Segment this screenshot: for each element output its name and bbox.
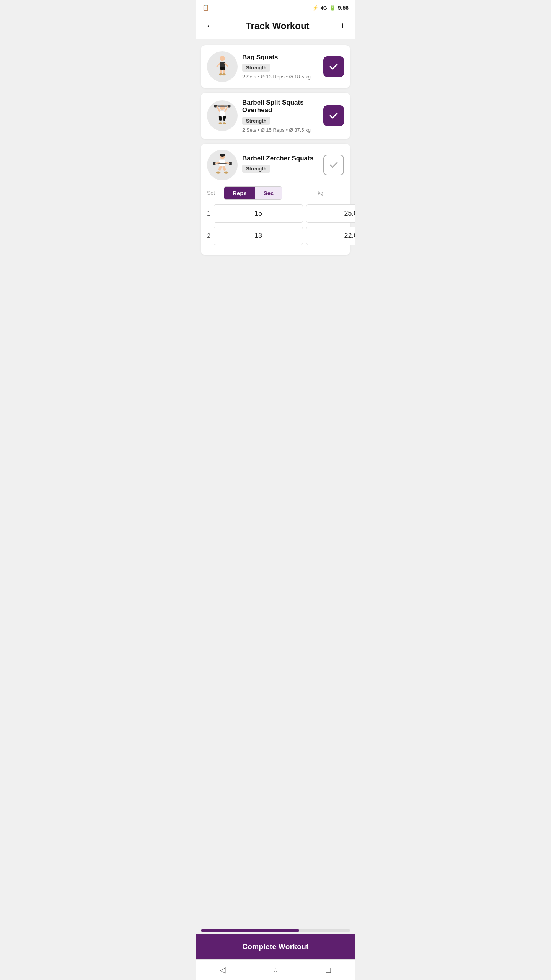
exercise-check-button-bag-squats[interactable] bbox=[323, 56, 344, 77]
status-right: ⚡ 4G 🔋 9:56 bbox=[312, 5, 349, 11]
bluetooth-icon: ⚡ bbox=[312, 5, 318, 11]
exercise-avatar-barbell-zercher bbox=[207, 150, 238, 180]
svg-line-17 bbox=[225, 107, 228, 111]
exercise-name: Bag Squats bbox=[242, 54, 319, 61]
exercise-info-barbell-zercher: Barbell Zercher Squats Strength bbox=[242, 155, 319, 175]
exercise-avatar-barbell-split bbox=[207, 100, 238, 131]
exercise-list: Bag Squats Strength 2 Sets • Ø 13 Reps •… bbox=[196, 39, 355, 293]
battery-icon: 🔋 bbox=[329, 5, 336, 11]
svg-rect-15 bbox=[228, 105, 231, 108]
svg-point-6 bbox=[222, 74, 226, 75]
exercise-card-barbell-zercher: Barbell Zercher Squats Strength Set Reps… bbox=[201, 144, 350, 255]
top-bar: ← Track Workout + bbox=[196, 14, 355, 39]
exercise-tag: Strength bbox=[242, 64, 270, 72]
kg-input-1[interactable] bbox=[306, 204, 355, 223]
status-left-icon: 📋 bbox=[202, 5, 209, 11]
svg-point-31 bbox=[224, 171, 228, 173]
set-number-1: 1 bbox=[207, 210, 210, 217]
exercise-stats: 2 Sets • Ø 13 Reps • Ø 18.5 kg bbox=[242, 74, 319, 80]
set-column-label: Set bbox=[207, 190, 221, 196]
svg-point-5 bbox=[219, 74, 222, 75]
status-bar: 📋 ⚡ 4G 🔋 9:56 bbox=[196, 0, 355, 14]
svg-point-19 bbox=[223, 122, 226, 124]
svg-point-18 bbox=[219, 122, 222, 124]
sets-section: Set Reps Sec kg 1 ✕ 2 + bbox=[207, 186, 344, 245]
exercise-tag: Strength bbox=[242, 117, 270, 125]
exercise-card-bag-squats: Bag Squats Strength 2 Sets • Ø 13 Reps •… bbox=[201, 45, 350, 88]
set-row-2: 2 + bbox=[207, 227, 344, 245]
back-button[interactable]: ← bbox=[204, 18, 217, 33]
exercise-name: Barbell Split Squats Overhead bbox=[242, 99, 319, 114]
exercise-check-button-barbell-zercher[interactable] bbox=[323, 155, 344, 175]
svg-rect-14 bbox=[214, 105, 217, 108]
svg-point-0 bbox=[220, 56, 225, 61]
set-number-2: 2 bbox=[207, 232, 210, 239]
svg-point-21 bbox=[220, 154, 225, 157]
reps-input-2[interactable] bbox=[214, 227, 303, 245]
svg-line-7 bbox=[217, 64, 220, 66]
svg-line-27 bbox=[226, 163, 229, 163]
add-button[interactable]: + bbox=[338, 18, 347, 33]
svg-point-30 bbox=[216, 171, 220, 173]
sec-toggle-button[interactable]: Sec bbox=[255, 187, 282, 199]
exercise-stats: 2 Sets • Ø 15 Reps • Ø 37.5 kg bbox=[242, 127, 319, 133]
network-icon: 4G bbox=[321, 5, 327, 11]
svg-rect-28 bbox=[218, 165, 222, 171]
set-row-1: 1 ✕ bbox=[207, 204, 344, 223]
svg-rect-4 bbox=[223, 70, 225, 74]
exercise-name: Barbell Zercher Squats bbox=[242, 155, 319, 162]
exercise-info-bag-squats: Bag Squats Strength 2 Sets • Ø 13 Reps •… bbox=[242, 54, 319, 80]
svg-line-26 bbox=[216, 163, 219, 163]
page-title: Track Workout bbox=[246, 21, 309, 31]
reps-toggle-button[interactable]: Reps bbox=[224, 187, 255, 199]
kg-input-2[interactable] bbox=[306, 227, 355, 245]
svg-line-16 bbox=[217, 107, 220, 111]
exercise-info-barbell-split: Barbell Split Squats Overhead Strength 2… bbox=[242, 99, 319, 133]
exercise-card-barbell-split: Barbell Split Squats Overhead Strength 2… bbox=[201, 93, 350, 139]
reps-input-1[interactable] bbox=[214, 204, 303, 223]
exercise-tag: Strength bbox=[242, 165, 270, 173]
reps-sec-toggle: Reps Sec bbox=[224, 186, 282, 200]
time-display: 9:56 bbox=[338, 5, 349, 11]
exercise-avatar-bag-squats bbox=[207, 51, 238, 82]
sets-header: Set Reps Sec kg bbox=[207, 186, 344, 200]
svg-rect-29 bbox=[222, 165, 226, 171]
exercise-check-button-barbell-split[interactable] bbox=[323, 105, 344, 126]
kg-column-label: kg bbox=[318, 190, 344, 196]
svg-rect-3 bbox=[220, 70, 222, 74]
svg-line-8 bbox=[225, 64, 228, 66]
